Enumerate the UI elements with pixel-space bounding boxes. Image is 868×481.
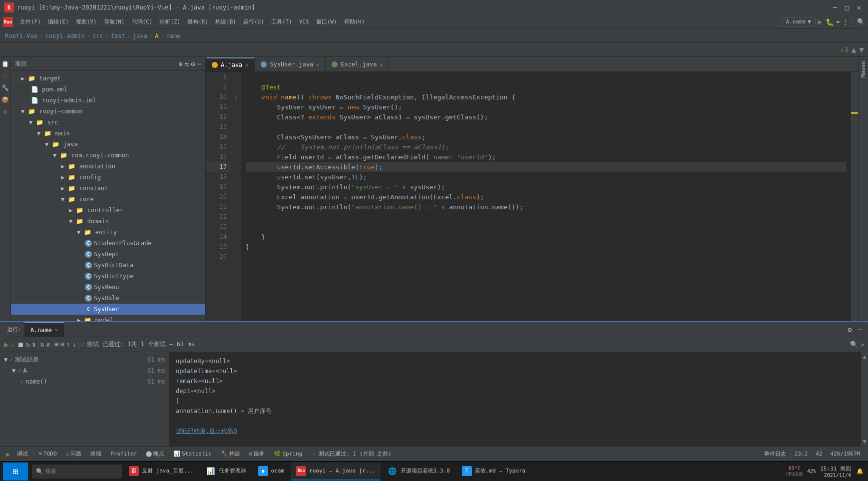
- warning-count[interactable]: ⚠ 1: [840, 46, 848, 53]
- console-exit-link[interactable]: 进程已结束,退出代码0: [176, 428, 237, 435]
- left-icon-2[interactable]: ☆: [0, 71, 10, 81]
- left-icon-4[interactable]: 📦: [0, 95, 10, 105]
- run-sort2-btn[interactable]: ⇵: [46, 341, 50, 348]
- menu-vcs[interactable]: VCS: [296, 15, 312, 29]
- start-button[interactable]: ⊞: [3, 463, 28, 481]
- tree-entity[interactable]: ▼ 📁 entity: [11, 227, 205, 238]
- tab-close-a-java[interactable]: ✕: [245, 62, 248, 68]
- run-sort-btn[interactable]: ⇅: [40, 341, 44, 348]
- tree-src[interactable]: ▼ 📁 src: [11, 117, 205, 128]
- sidebar-icon-close[interactable]: ─: [197, 60, 201, 68]
- run-play-btn[interactable]: ▶: [4, 340, 9, 349]
- taskbar-search[interactable]: 🔍 搜索: [32, 465, 122, 479]
- tab-excel-java[interactable]: Excel.java ✕: [326, 57, 389, 71]
- status-event-log[interactable]: 事件日志: [760, 447, 790, 462]
- code-content[interactable]: @Test void name() throws NoSuchFieldExce…: [241, 72, 851, 321]
- run-up-btn[interactable]: ↑: [66, 341, 70, 348]
- run-button[interactable]: ▶: [818, 17, 823, 26]
- menu-analyze[interactable]: 分析(Z): [156, 15, 183, 29]
- tree-student[interactable]: CStudentPlusGrade: [11, 238, 205, 249]
- coverage-button[interactable]: ☂: [836, 18, 840, 26]
- test-tree-name[interactable]: ✓ name() 61 ms: [0, 376, 169, 387]
- menu-edit[interactable]: 编辑(E): [45, 15, 72, 29]
- taskbar-item-ruoyi-site[interactable]: 🌐 开源项目若依3.3.0: [383, 463, 455, 481]
- tree-domain[interactable]: ▼ 📁 domain: [11, 216, 205, 227]
- status-build[interactable]: 🔨构建: [217, 447, 244, 462]
- tree-sysdept[interactable]: CSysDept: [11, 249, 205, 260]
- run-export[interactable]: ↗: [860, 341, 864, 348]
- taskbar-notification[interactable]: 🔔: [855, 467, 865, 477]
- tree-sysdicttype[interactable]: CSysDictType: [11, 271, 205, 282]
- warning-nav-down[interactable]: ▼: [859, 45, 864, 54]
- menu-file[interactable]: 文件(F): [17, 15, 44, 29]
- status-run-btn[interactable]: ▶: [4, 450, 12, 458]
- sidebar-icon-locate[interactable]: ⊕: [178, 60, 182, 68]
- run-settings[interactable]: ⚙: [846, 325, 854, 335]
- menu-view[interactable]: 视图(V): [73, 15, 100, 29]
- status-statistic[interactable]: 📊Statistic: [169, 447, 216, 462]
- tree-iml[interactable]: 📄 ruoyi-admin.iml: [11, 95, 205, 106]
- maven-label[interactable]: Maven: [860, 57, 867, 81]
- breadcrumb-test[interactable]: test: [111, 32, 125, 39]
- tab-close-excel[interactable]: ✕: [380, 62, 383, 67]
- breadcrumb-ruoyi-admin[interactable]: ruoyi-admin: [45, 32, 84, 39]
- warning-nav-up[interactable]: ▲: [852, 45, 857, 54]
- tree-java[interactable]: ▼ 📁 java: [11, 139, 205, 150]
- left-icon-5[interactable]: ⚙: [0, 107, 10, 117]
- run-minimize[interactable]: ─: [856, 325, 864, 335]
- run-tab-aname[interactable]: A.name ✕: [24, 322, 64, 337]
- menu-refactor[interactable]: 重构(R): [184, 15, 211, 29]
- run-tab-close[interactable]: ✕: [55, 327, 58, 333]
- tree-pom[interactable]: 📄 pom.xml: [11, 84, 205, 95]
- status-debug[interactable]: 调试: [13, 447, 32, 462]
- minimize-button[interactable]: ─: [830, 2, 840, 12]
- sidebar-icon-expand[interactable]: ⇆: [185, 60, 189, 68]
- status-terminal[interactable]: 终端: [86, 447, 105, 462]
- tree-main[interactable]: ▼ 📁 main: [11, 128, 205, 139]
- run-rerun-btn[interactable]: ↻: [26, 341, 30, 348]
- breadcrumb-src[interactable]: src: [92, 32, 103, 39]
- test-tree-a[interactable]: ▼ ✓ A 61 ms: [0, 365, 169, 376]
- debug-button[interactable]: 🐛: [826, 18, 834, 26]
- left-icon-3[interactable]: 🔧: [0, 83, 10, 93]
- status-service[interactable]: ⚙服务: [245, 447, 269, 462]
- taskbar-item-taskmgr[interactable]: 📊 任务管理器: [201, 463, 251, 481]
- status-profiler[interactable]: Profiler: [106, 447, 141, 462]
- tree-com-ruoyi[interactable]: ▼ 📁 com.ruoyi.common: [11, 150, 205, 161]
- menu-help[interactable]: 帮助(H): [341, 15, 368, 29]
- run-expand-btn[interactable]: ⊟: [60, 341, 64, 348]
- breadcrumb-a[interactable]: A: [155, 32, 158, 39]
- status-memory[interactable]: 426/1967M: [826, 447, 864, 462]
- menu-code[interactable]: 代码(C): [129, 15, 156, 29]
- sidebar-icon-settings[interactable]: ⚙: [191, 60, 195, 68]
- menu-window[interactable]: 窗口(W): [313, 15, 340, 29]
- run-search[interactable]: 🔍: [850, 341, 858, 348]
- test-tree-root[interactable]: ▼ ✓ 测试结果 61 ms: [0, 354, 169, 365]
- run-stop-btn[interactable]: ⏹: [17, 341, 24, 349]
- tree-annotation[interactable]: ▶ 📁 annotation: [11, 161, 205, 172]
- tree-sysdictdata[interactable]: CSysDictData: [11, 260, 205, 271]
- status-todo[interactable]: ≡TODO: [34, 447, 60, 462]
- run-config-selector[interactable]: A.name▼: [782, 17, 816, 26]
- tree-target[interactable]: ▶ 📁 target: [11, 73, 205, 84]
- tab-sysuser-java[interactable]: SysUser.java ✕: [255, 57, 326, 71]
- toolbar-search[interactable]: 🔍: [857, 18, 865, 25]
- tree-ruoyi-common[interactable]: ▼ 📁 ruoyi-common: [11, 106, 205, 117]
- status-problems[interactable]: ⚠问题: [62, 447, 86, 462]
- menu-run[interactable]: 运行(U): [240, 15, 267, 29]
- close-button[interactable]: ✕: [854, 2, 864, 12]
- run-rerun2-btn[interactable]: ⇅: [32, 341, 36, 348]
- tree-sysuser[interactable]: CSysUser: [11, 304, 205, 315]
- left-icon-1[interactable]: 📋: [0, 59, 10, 69]
- tab-close-sysuser[interactable]: ✕: [316, 62, 319, 67]
- tree-constant[interactable]: ▶ 📁 constant: [11, 183, 205, 194]
- breadcrumb-java[interactable]: java: [133, 32, 147, 39]
- scroll-up[interactable]: ▲: [863, 353, 866, 360]
- toolbar-more[interactable]: ⋮: [842, 18, 849, 25]
- breadcrumb-name[interactable]: name: [166, 32, 181, 39]
- run-down-btn[interactable]: ↓: [72, 341, 76, 348]
- menu-nav[interactable]: 导航(N): [101, 15, 128, 29]
- tab-a-java[interactable]: A.java ✕: [206, 57, 255, 71]
- taskbar-item-baidu[interactable]: 百 反射 java_百度...: [124, 463, 199, 481]
- status-spring[interactable]: 🌿Spring: [270, 447, 306, 462]
